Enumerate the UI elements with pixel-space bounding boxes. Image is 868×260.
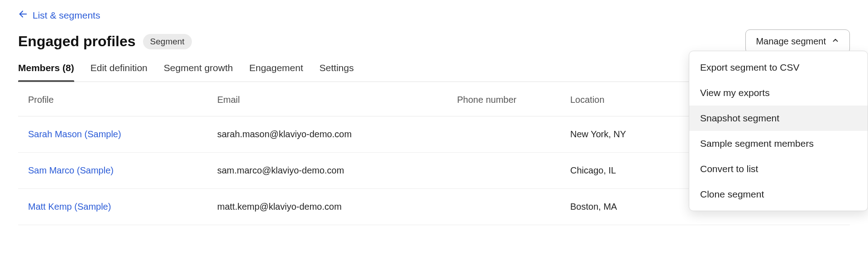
- tab-engagement[interactable]: Engagement: [249, 63, 303, 82]
- phone-cell: [457, 153, 570, 189]
- dropdown-item-export-segment-to-csv[interactable]: Export segment to CSV: [689, 55, 868, 80]
- column-header-profile: Profile: [18, 82, 217, 116]
- email-cell: matt.kemp@klaviyo-demo.com: [217, 189, 457, 225]
- tab-edit-definition[interactable]: Edit definition: [91, 63, 148, 82]
- dropdown-item-convert-to-list[interactable]: Convert to list: [689, 156, 868, 182]
- profile-cell: Sarah Mason (Sample): [18, 116, 217, 153]
- dropdown-item-clone-segment[interactable]: Clone segment: [689, 182, 868, 207]
- breadcrumb-label: List & segments: [33, 10, 100, 21]
- arrow-left-icon: [18, 9, 28, 21]
- tab-segment-growth[interactable]: Segment growth: [164, 63, 233, 82]
- profile-link[interactable]: Sam Marco (Sample): [28, 165, 114, 175]
- dropdown-item-view-my-exports[interactable]: View my exports: [689, 80, 868, 106]
- breadcrumb[interactable]: List & segments: [18, 9, 850, 21]
- email-cell: sarah.mason@klaviyo-demo.com: [217, 116, 457, 153]
- profile-link[interactable]: Matt Kemp (Sample): [28, 202, 111, 212]
- manage-segment-label: Manage segment: [756, 36, 826, 47]
- profile-link[interactable]: Sarah Mason (Sample): [28, 129, 121, 139]
- profile-cell: Sam Marco (Sample): [18, 153, 217, 189]
- email-cell: sam.marco@klaviyo-demo.com: [217, 153, 457, 189]
- page-title: Engaged profiles: [18, 33, 136, 50]
- chevron-up-icon: [831, 36, 839, 47]
- profile-cell: Matt Kemp (Sample): [18, 189, 217, 225]
- manage-segment-dropdown: Export segment to CSVView my exportsSnap…: [689, 51, 868, 211]
- phone-cell: [457, 189, 570, 225]
- phone-cell: [457, 116, 570, 153]
- segment-badge: Segment: [143, 34, 192, 49]
- dropdown-item-sample-segment-members[interactable]: Sample segment members: [689, 131, 868, 156]
- column-header-phone: Phone number: [457, 82, 570, 116]
- dropdown-item-snapshot-segment[interactable]: Snapshot segment: [689, 106, 868, 131]
- manage-segment-button[interactable]: Manage segment: [745, 29, 850, 53]
- tab-members-8[interactable]: Members (8): [18, 63, 74, 82]
- column-header-email: Email: [217, 82, 457, 116]
- tab-settings[interactable]: Settings: [320, 63, 354, 82]
